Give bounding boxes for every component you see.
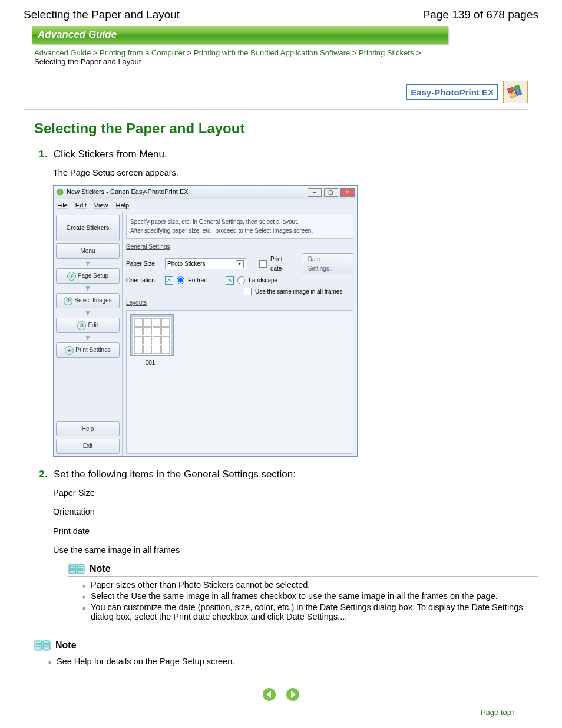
step-number: 2.: [39, 469, 47, 480]
step-edit[interactable]: ③Edit: [56, 318, 120, 333]
next-page-button[interactable]: [286, 687, 300, 701]
landscape-label: Landscape: [249, 276, 277, 285]
breadcrumb-link[interactable]: Advanced Guide: [34, 48, 91, 57]
window-close-button[interactable]: ×: [340, 188, 355, 197]
step-number: 1.: [39, 149, 47, 160]
note-item: You can customize the date (position, si…: [82, 602, 538, 621]
layout-thumb-label: 001: [130, 358, 170, 368]
app-window-icon: [56, 188, 64, 196]
app-name-badge: Easy-PhotoPrint EX: [406, 84, 498, 100]
breadcrumb-link[interactable]: Printing from a Computer: [100, 48, 185, 57]
svg-rect-0: [508, 87, 514, 93]
same-image-label: Use the same image in all frames: [255, 287, 342, 297]
svg-rect-14: [43, 641, 50, 650]
date-settings-button[interactable]: Date Settings...: [303, 253, 353, 274]
help-button[interactable]: Help: [56, 421, 120, 437]
step-heading: Set the following items in the General S…: [54, 469, 296, 480]
app-icon: [503, 81, 528, 103]
step-select-images[interactable]: ②Select Images: [56, 293, 120, 308]
page-title: Selecting the Paper and Layout: [34, 120, 538, 137]
arrow-down-icon: ▼: [56, 261, 120, 266]
note-heading: Note: [55, 640, 77, 651]
landscape-icon: A: [226, 276, 234, 285]
svg-rect-5: [69, 564, 76, 574]
portrait-radio[interactable]: [177, 276, 184, 284]
general-settings-label: General Settings: [126, 242, 353, 252]
breadcrumb-current: Selecting the Paper and Layout: [34, 57, 141, 66]
arrow-up-icon: ↑: [511, 709, 515, 717]
step-print-settings[interactable]: ④Print Settings: [56, 342, 120, 358]
window-minimize-button[interactable]: –: [308, 188, 322, 197]
note-item: Paper sizes other than Photo Stickers ca…: [82, 580, 538, 589]
hint-box: Specify paper size, etc. in General Sett…: [126, 215, 353, 239]
svg-rect-6: [77, 564, 84, 574]
svg-rect-1: [514, 85, 520, 91]
layouts-area: 001: [126, 310, 353, 454]
paper-size-dropdown[interactable]: Photo Stickers▾: [165, 258, 246, 269]
print-date-label: Print date: [270, 255, 296, 273]
arrow-down-icon: ▼: [56, 335, 120, 340]
setting-item: Use the same image in all frames: [53, 543, 538, 556]
note-heading: Note: [90, 564, 111, 574]
app-window-screenshot: New Stickers - Canon Easy-PhotoPrint EX …: [53, 185, 358, 456]
arrow-down-icon: ▼: [56, 311, 120, 315]
window-maximize-button[interactable]: ▢: [324, 188, 338, 197]
menu-edit[interactable]: Edit: [75, 202, 87, 209]
menu-file[interactable]: File: [57, 202, 68, 209]
svg-rect-3: [515, 90, 522, 96]
svg-point-4: [57, 189, 63, 195]
note-icon: [34, 640, 52, 651]
print-date-checkbox[interactable]: [259, 260, 267, 268]
same-image-checkbox[interactable]: [244, 288, 252, 295]
layouts-label: Layouts: [126, 298, 353, 308]
app-menubar: File Edit View Help: [54, 199, 357, 212]
chevron-down-icon: ▾: [236, 260, 244, 268]
svg-rect-2: [510, 93, 516, 98]
doc-title: Selecting the Paper and Layout: [24, 8, 180, 21]
note-item: Select the Use the same image in all fra…: [82, 591, 538, 601]
page-top-link[interactable]: Page top↑: [481, 708, 515, 717]
setting-item: Print date: [53, 525, 538, 538]
orientation-label: Orientation:: [126, 276, 161, 285]
breadcrumb: Advanced Guide > Printing from a Compute…: [34, 48, 538, 70]
layout-thumbnail[interactable]: [130, 314, 174, 356]
portrait-label: Portrait: [188, 276, 207, 285]
advanced-guide-banner: Advanced Guide: [32, 26, 448, 44]
note-icon: [68, 564, 86, 574]
setting-item: Orientation: [53, 505, 538, 518]
menu-button[interactable]: Menu: [56, 243, 120, 259]
svg-rect-13: [35, 641, 42, 650]
breadcrumb-link[interactable]: Printing Stickers: [359, 48, 414, 57]
note-item: See Help for details on the Page Setup s…: [48, 657, 538, 666]
step-page-setup[interactable]: ①Page Setup: [56, 268, 120, 284]
paper-size-label: Paper Size:: [126, 259, 161, 269]
prev-page-button[interactable]: [262, 687, 276, 701]
arrow-down-icon: ▼: [56, 286, 120, 291]
exit-button[interactable]: Exit: [56, 439, 120, 454]
landscape-radio[interactable]: [237, 276, 245, 284]
portrait-icon: A: [165, 276, 173, 285]
menu-help[interactable]: Help: [116, 202, 130, 209]
create-stickers-button[interactable]: Create Stickers: [56, 215, 120, 242]
menu-view[interactable]: View: [94, 202, 108, 209]
app-window-title: New Stickers - Canon Easy-PhotoPrint EX: [67, 187, 189, 197]
page-indicator: Page 139 of 678 pages: [422, 8, 538, 21]
step-sub: The Page Setup screen appears.: [53, 166, 538, 179]
step-heading: Click Stickers from Menu.: [54, 149, 167, 160]
setting-item: Paper Size: [53, 486, 538, 499]
breadcrumb-link[interactable]: Printing with the Bundled Application So…: [194, 48, 350, 57]
